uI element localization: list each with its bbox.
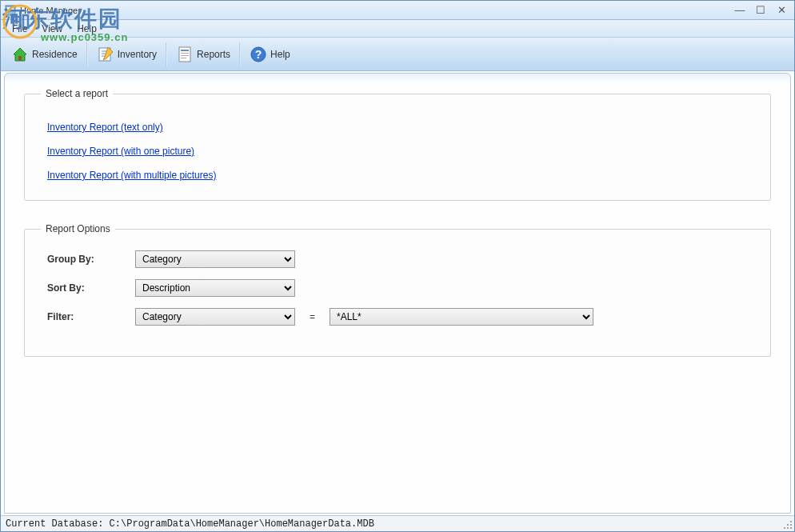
residence-button[interactable]: Residence — [4, 42, 85, 67]
svg-rect-6 — [179, 47, 190, 62]
equals-label: = — [310, 311, 315, 322]
window-controls: — ☐ ✕ — [730, 2, 791, 17]
help-label: Help — [270, 49, 290, 60]
statusbar: Current Database: C:\ProgramData\HomeMan… — [1, 515, 794, 531]
help-button[interactable]: ? Help — [242, 42, 298, 67]
window-titlebar: Home Manager — ☐ ✕ — [1, 1, 794, 20]
report-link-text-only[interactable]: Inventory Report (text only) — [47, 122, 163, 133]
help-icon: ? — [250, 46, 267, 63]
sort-by-select[interactable]: Description — [135, 279, 295, 297]
group-by-select[interactable]: Category — [135, 250, 295, 268]
svg-rect-9 — [181, 55, 189, 56]
content-area: Select a report Inventory Report (text o… — [4, 73, 791, 514]
filter-value-select[interactable]: *ALL* — [330, 308, 593, 326]
pencil-note-icon — [97, 46, 114, 63]
svg-rect-3 — [11, 7, 14, 10]
filter-row: Filter: Category = *ALL* — [41, 308, 754, 326]
menu-view[interactable]: View — [35, 22, 69, 36]
svg-rect-1 — [6, 6, 15, 15]
report-links-list: Inventory Report (text only) Inventory R… — [41, 115, 754, 181]
svg-rect-2 — [7, 7, 10, 10]
home-icon — [11, 46, 29, 63]
svg-rect-7 — [181, 50, 189, 51]
svg-point-14 — [787, 524, 789, 526]
close-button[interactable]: ✕ — [772, 2, 791, 17]
menubar: File View Help — [1, 20, 794, 38]
sort-by-label: Sort By: — [47, 282, 135, 294]
filter-field-select[interactable]: Category — [135, 308, 295, 326]
svg-point-18 — [790, 527, 792, 529]
select-report-group: Select a report Inventory Report (text o… — [24, 88, 771, 201]
report-icon — [176, 46, 194, 63]
toolbar: Residence Inventory Reports ? Help — [1, 38, 794, 71]
svg-point-17 — [787, 527, 789, 529]
report-options-group: Report Options Group By: Category Sort B… — [24, 223, 771, 357]
inventory-label: Inventory — [118, 49, 157, 60]
app-icon — [4, 4, 17, 17]
inventory-button[interactable]: Inventory — [90, 42, 164, 67]
svg-rect-4 — [18, 56, 22, 61]
toolbar-separator — [86, 42, 88, 66]
report-link-multi-picture[interactable]: Inventory Report (with multiple pictures… — [47, 170, 216, 181]
reports-button[interactable]: Reports — [169, 42, 238, 67]
svg-rect-10 — [181, 58, 186, 58]
resize-grip-icon[interactable] — [781, 518, 793, 530]
statusbar-text: Current Database: C:\ProgramData\HomeMan… — [6, 518, 374, 530]
svg-point-15 — [790, 524, 792, 526]
group-by-label: Group By: — [47, 254, 135, 265]
filter-label: Filter: — [47, 311, 135, 322]
minimize-button[interactable]: — — [730, 2, 749, 17]
menu-help[interactable]: Help — [70, 22, 103, 36]
report-link-one-picture[interactable]: Inventory Report (with one picture) — [47, 146, 194, 157]
menu-file[interactable]: File — [6, 22, 34, 36]
residence-label: Residence — [32, 49, 78, 60]
toolbar-separator — [239, 42, 241, 66]
sort-by-row: Sort By: Description — [41, 279, 754, 297]
window-title: Home Manager — [20, 6, 81, 15]
svg-point-13 — [790, 521, 792, 522]
svg-rect-8 — [181, 53, 189, 54]
report-options-legend: Report Options — [41, 223, 115, 234]
svg-text:?: ? — [255, 48, 262, 61]
group-by-row: Group By: Category — [41, 250, 754, 268]
select-report-legend: Select a report — [41, 88, 113, 99]
svg-point-16 — [784, 527, 785, 529]
reports-label: Reports — [197, 49, 230, 60]
maximize-button[interactable]: ☐ — [751, 2, 770, 17]
toolbar-separator — [166, 42, 167, 66]
